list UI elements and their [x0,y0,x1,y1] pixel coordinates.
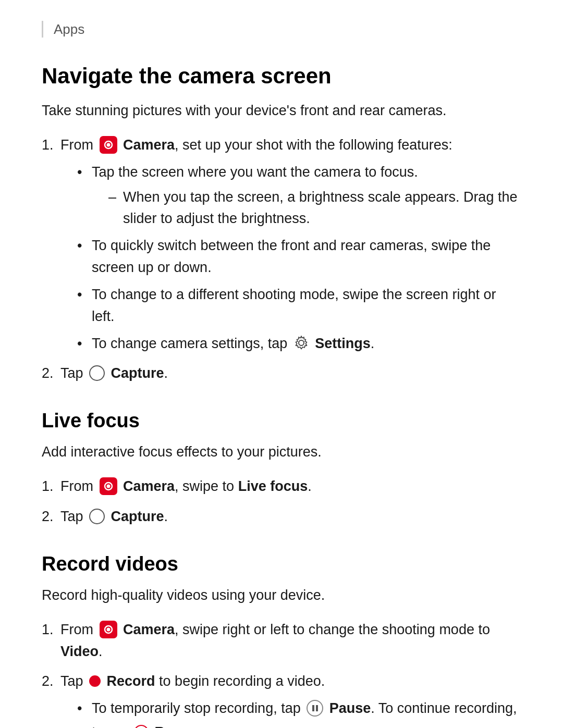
rv-step1-text: From Camera, swipe right or left to chan… [60,622,490,659]
rv-step-2: 2. Tap Record to begin recording a video… [42,671,521,728]
live-focus-steps: 1. From Camera, swipe to Live focus. 2. … [42,476,521,528]
camera-icon [100,136,117,154]
record-videos-title: Record videos [42,553,521,575]
step-number-2: 2. [42,363,54,385]
navigate-title: Navigate the camera screen [42,64,521,89]
bullet-tap-focus: Tap the screen where you want the camera… [77,162,521,230]
live-focus-intro: Add interactive focus effects to your pi… [42,441,521,463]
live-focus-step-2: 2. Tap Capture. [42,506,521,528]
breadcrumb: Apps [42,21,521,38]
svg-point-2 [106,143,110,146]
lf-step1-text: From Camera, swipe to Live focus. [60,478,312,494]
camera-app-name: Camera [123,137,175,153]
navigate-steps: 1. From Camera, set up your shot with th… [42,134,521,385]
pause-icon [307,700,323,717]
rv-step1-number: 1. [42,619,54,641]
pause-label: Pause [329,700,371,716]
page-container: Apps Navigate the camera screen Take stu… [0,0,563,728]
section-navigate: Navigate the camera screen Take stunning… [42,64,521,385]
capture-icon-lf [89,509,105,524]
step2-text: Tap Capture. [60,365,168,381]
camera-label-rv: Camera [123,622,175,637]
record-videos-steps: 1. From Camera, swipe right or left to c… [42,619,521,728]
navigate-step-1: 1. From Camera, set up your shot with th… [42,134,521,355]
resume-icon [134,725,149,728]
resume-label: Resume [155,724,210,728]
live-focus-step-1: 1. From Camera, swipe to Live focus. [42,476,521,498]
record-videos-intro: Record high-quality videos using your de… [42,585,521,607]
step-text: From Camera, set up your shot with the f… [60,137,452,153]
settings-icon [293,335,309,351]
video-mode-label: Video [60,644,99,659]
pause-bar-1 [312,705,314,711]
capture-label-lf: Capture [111,509,164,524]
camera-label-lf: Camera [123,478,175,494]
step-number: 1. [42,134,54,156]
sub-bullet-brightness: When you tap the screen, a brightness sc… [108,187,521,230]
record-label: Record [107,673,155,689]
navigate-step-2: 2. Tap Capture. [42,363,521,385]
svg-point-3 [299,340,304,346]
rv-step2-bullets: To temporarily stop recording, tap Pause… [77,698,521,728]
camera-icon-rv [100,621,117,638]
bullet-switch-cameras: To quickly switch between the front and … [77,235,521,279]
svg-point-6 [106,485,110,488]
section-record-videos: Record videos Record high-quality videos… [42,553,521,728]
bullet-pause-resume: To temporarily stop recording, tap Pause… [77,698,521,728]
breadcrumb-text: Apps [54,21,84,37]
live-focus-title: Live focus [42,410,521,432]
rv-step2-number: 2. [42,671,54,693]
lf-step2-text: Tap Capture. [60,509,168,524]
navigate-step1-bullets: Tap the screen where you want the camera… [77,162,521,355]
rv-step2-text: Tap Record to begin recording a video. [60,673,325,689]
lf-step2-number: 2. [42,506,54,528]
lf-step1-number: 1. [42,476,54,498]
record-icon [89,675,101,687]
section-live-focus: Live focus Add interactive focus effects… [42,410,521,528]
bullet-settings: To change camera settings, tap Settings. [77,333,521,355]
bullet-shooting-mode: To change to a different shooting mode, … [77,284,521,328]
sub-bullets-brightness: When you tap the screen, a brightness sc… [108,187,521,230]
navigate-intro: Take stunning pictures with your device'… [42,100,521,122]
rv-step-1: 1. From Camera, swipe right or left to c… [42,619,521,663]
svg-point-9 [106,627,110,631]
live-focus-mode: Live focus [238,478,308,494]
camera-icon-lf [100,477,117,495]
pause-bar-2 [316,705,318,711]
capture-icon [89,365,105,381]
settings-label: Settings [315,336,371,351]
capture-label: Capture [111,365,164,381]
